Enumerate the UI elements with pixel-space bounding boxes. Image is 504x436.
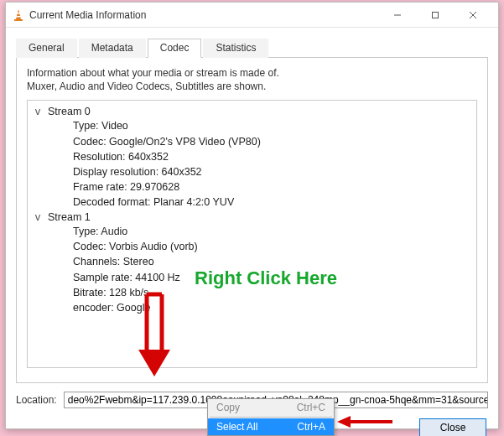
svg-rect-2 bbox=[17, 13, 20, 14]
stream-1-type: Type: Audio bbox=[33, 224, 471, 239]
stream-0-framerate: Frame rate: 29.970628 bbox=[33, 179, 471, 195]
context-copy[interactable]: Copy Ctrl+C bbox=[208, 399, 334, 416]
desc-line1: Information about what your media or str… bbox=[27, 66, 477, 80]
tab-general[interactable]: General bbox=[16, 39, 77, 58]
maximize-button[interactable] bbox=[416, 3, 454, 27]
media-info-window: Current Media Information General Metada… bbox=[5, 2, 499, 429]
context-copy-label: Copy bbox=[216, 402, 240, 413]
annotation-arrow-left bbox=[335, 413, 394, 430]
stream-1-codec: Codec: Vorbis Audio (vorb) bbox=[33, 239, 471, 254]
stream-1-header[interactable]: v Stream 1 bbox=[33, 210, 471, 224]
tabstrip: General Metadata Codec Statistics bbox=[16, 38, 488, 58]
svg-marker-11 bbox=[138, 350, 170, 376]
svg-rect-1 bbox=[14, 19, 23, 21]
stream-0-display-resolution: Display resolution: 640x352 bbox=[33, 164, 471, 179]
minimize-button[interactable] bbox=[378, 3, 416, 27]
svg-rect-5 bbox=[432, 12, 438, 18]
stream-0-label: Stream 0 bbox=[48, 106, 91, 117]
svg-rect-3 bbox=[16, 16, 20, 18]
tab-metadata[interactable]: Metadata bbox=[79, 39, 146, 58]
vlc-icon bbox=[13, 8, 24, 22]
stream-0-type: Type: Video bbox=[33, 118, 471, 133]
context-separator bbox=[210, 417, 332, 418]
stream-0-header[interactable]: v Stream 0 bbox=[33, 104, 471, 118]
stream-0-codec: Codec: Google/On2's VP8 Video (VP80) bbox=[33, 134, 471, 149]
titlebar: Current Media Information bbox=[6, 3, 498, 28]
svg-marker-0 bbox=[16, 9, 21, 19]
svg-marker-13 bbox=[337, 416, 351, 428]
close-button[interactable]: Close bbox=[419, 418, 486, 436]
context-menu: Copy Ctrl+C Select All Ctrl+A bbox=[207, 398, 335, 436]
tab-codec[interactable]: Codec bbox=[148, 39, 202, 58]
stream-0-decoded-format: Decoded format: Planar 4:2:0 YUV bbox=[33, 195, 471, 210]
codec-description: Information about what your media or str… bbox=[27, 66, 477, 93]
chevron-down-icon[interactable]: v bbox=[33, 105, 43, 117]
annotation-text: Right Click Here bbox=[195, 267, 337, 289]
codec-tree[interactable]: v Stream 0 Type: Video Codec: Google/On2… bbox=[27, 100, 477, 368]
location-label: Location: bbox=[16, 394, 57, 406]
window-title: Current Media Information bbox=[29, 9, 378, 21]
chevron-down-icon[interactable]: v bbox=[33, 210, 43, 223]
stream-0-resolution: Resolution: 640x352 bbox=[33, 149, 471, 164]
close-window-button[interactable] bbox=[454, 3, 491, 27]
context-selectall-label: Select All bbox=[216, 421, 257, 433]
context-selectall-keys: Ctrl+A bbox=[297, 421, 325, 433]
context-copy-keys: Ctrl+C bbox=[297, 402, 325, 413]
stream-1-label: Stream 1 bbox=[48, 211, 91, 223]
desc-line2: Muxer, Audio and Video Codecs, Subtitles… bbox=[27, 80, 477, 93]
context-select-all[interactable]: Select All Ctrl+A bbox=[208, 418, 334, 435]
annotation-arrow-down bbox=[130, 291, 177, 383]
stream-1-encoder: encoder: Google bbox=[33, 300, 471, 315]
tab-statistics[interactable]: Statistics bbox=[203, 39, 268, 58]
codec-panel: Information about what your media or str… bbox=[16, 58, 488, 383]
